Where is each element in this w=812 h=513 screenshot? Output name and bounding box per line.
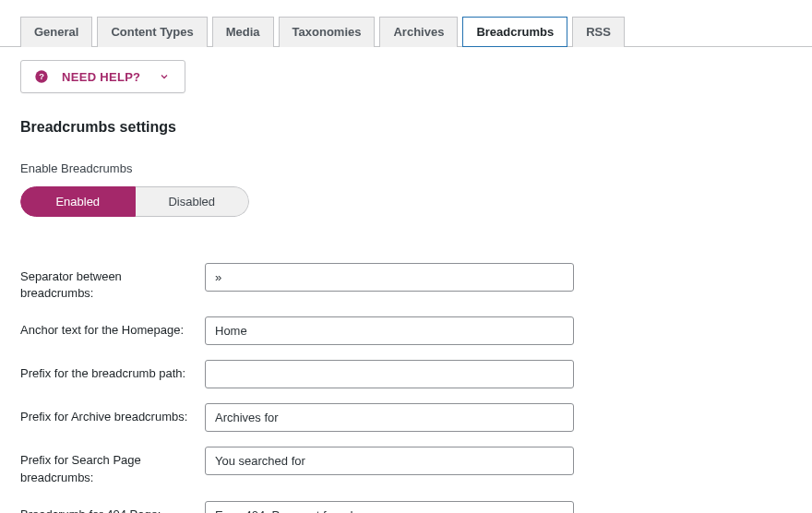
prefix-archive-label: Prefix for Archive breadcrumbs: — [20, 403, 205, 425]
anchor-label: Anchor text for the Homepage: — [20, 316, 205, 339]
toggle-disabled[interactable]: Disabled — [136, 186, 250, 217]
chevron-down-icon — [159, 71, 170, 82]
tab-content-types[interactable]: Content Types — [97, 17, 207, 47]
help-icon: ? — [34, 69, 49, 84]
tab-breadcrumbs[interactable]: Breadcrumbs — [462, 17, 567, 47]
svg-text:?: ? — [39, 72, 44, 81]
anchor-input[interactable] — [205, 316, 574, 345]
tabs-bar: General Content Types Media Taxonomies A… — [0, 16, 812, 47]
enable-toggle: Enabled Disabled — [20, 186, 249, 217]
prefix-search-input[interactable] — [205, 447, 574, 475]
tab-general[interactable]: General — [20, 17, 92, 47]
tab-media[interactable]: Media — [212, 17, 274, 47]
toggle-enabled[interactable]: Enabled — [20, 186, 136, 217]
prefix-path-input[interactable] — [205, 360, 574, 388]
enable-breadcrumbs-label: Enable Breadcrumbs — [20, 161, 792, 175]
prefix-search-label: Prefix for Search Page breadcrumbs: — [20, 447, 205, 485]
separator-input[interactable] — [205, 263, 574, 292]
tab-taxonomies[interactable]: Taxonomies — [279, 17, 376, 47]
prefix-path-label: Prefix for the breadcrumb path: — [20, 360, 205, 382]
prefix-404-input[interactable] — [205, 501, 574, 513]
separator-label: Separator between breadcrumbs: — [20, 263, 205, 302]
prefix-archive-input[interactable] — [205, 403, 574, 432]
tab-archives[interactable]: Archives — [379, 17, 458, 47]
section-title: Breadcrumbs settings — [20, 119, 792, 136]
tab-rss[interactable]: RSS — [572, 17, 625, 47]
need-help-label: NEED HELP? — [62, 70, 140, 84]
need-help-button[interactable]: ? NEED HELP? — [20, 60, 185, 93]
prefix-404-label: Breadcrumb for 404 Page: — [20, 501, 205, 513]
